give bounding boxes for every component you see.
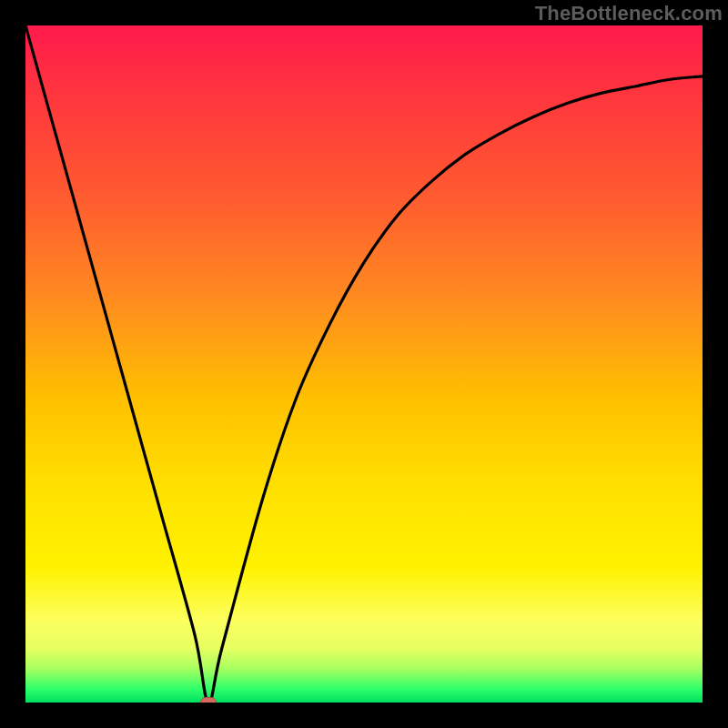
curve-path: [25, 25, 703, 703]
optimal-point-marker: [200, 697, 217, 703]
bottleneck-curve: [25, 25, 703, 703]
chart-frame: TheBottleneck.com: [0, 0, 728, 728]
plot-area: [25, 25, 703, 703]
attribution-label: TheBottleneck.com: [535, 2, 723, 25]
